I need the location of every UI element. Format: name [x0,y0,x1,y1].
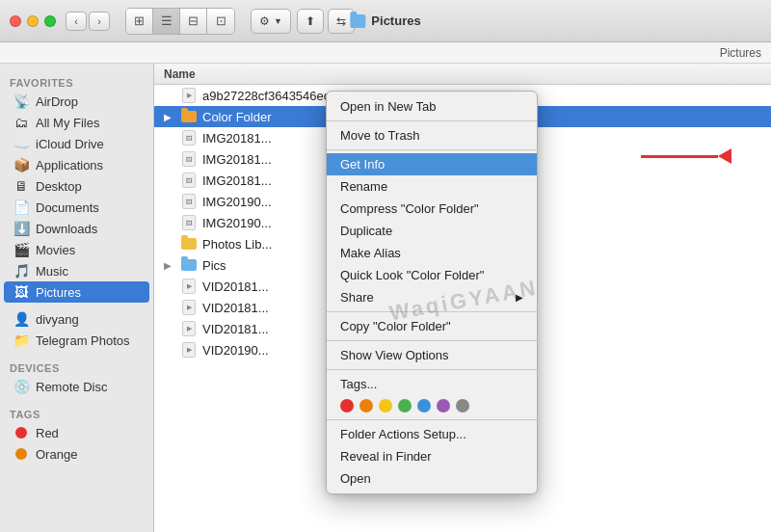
window-title: Pictures [371,13,420,28]
ctx-folder-actions[interactable]: Folder Actions Setup... [327,423,537,445]
ctx-sep2 [327,149,537,150]
ctx-open-new-tab[interactable]: Open in New Tab [327,95,537,118]
title-bar: ‹ › ⊞ ☰ ⊟ ⊡ ⚙ ▼ ⬆ ⇆ Pictures [0,0,771,42]
sidebar-item-downloads[interactable]: ⬇️ Downloads [4,218,149,239]
ctx-open-label: Open [340,471,371,486]
sidebar-item-all-my-files[interactable]: 🗂 All My Files [4,112,149,133]
sidebar-item-desktop[interactable]: 🖥 Desktop [4,175,149,197]
share-button[interactable]: ⬆ [297,9,324,34]
column-view-button[interactable]: ⊟ [180,9,207,34]
forward-button[interactable]: › [89,12,110,31]
ctx-reveal-in-finder[interactable]: Reveal in Finder [327,445,537,467]
tag-dot-yellow[interactable] [379,399,392,412]
applications-icon: 📦 [13,157,29,173]
file-name-photos-lib: Photos Lib... [202,237,272,252]
all-my-files-icon: 🗂 [13,115,29,130]
tag-dot-blue[interactable] [417,399,431,412]
arrow-line [641,155,718,158]
arrow-head [718,148,731,164]
sidebar-item-divyang[interactable]: 👤 divyang [4,308,149,330]
sidebar-label-tag-red: Red [36,426,59,440]
sidebar-item-tag-red[interactable]: Red [4,422,149,443]
sidebar-item-telegram-photos[interactable]: 📁 Telegram Photos [4,330,149,351]
ctx-get-info[interactable]: Get Info [327,153,537,175]
cover-flow-button[interactable]: ⊡ [207,9,234,34]
sidebar-label-icloud: iCloud Drive [36,137,104,151]
d7: ▶ [164,260,173,271]
share-icon: ⬆ [306,14,315,28]
sidebar-item-music[interactable]: 🎵 Music [4,260,149,281]
tag-dot-gray[interactable] [456,399,469,412]
desktop-icon: 🖥 [13,178,29,194]
file-name-img1: IMG20181... [202,131,272,146]
sidebar-label-telegram: Telegram Photos [36,333,130,348]
tag-orange-icon [13,446,29,462]
back-button[interactable]: ‹ [66,12,87,31]
ctx-compress-label: Compress "Color Folder" [340,201,479,216]
ctx-sep6 [327,419,537,420]
file-name-pics: Pics [202,258,226,273]
ctx-share[interactable]: Share ▶ [327,286,537,308]
ctx-copy[interactable]: Copy "Color Folder" [327,315,537,337]
maximize-button[interactable] [44,15,56,27]
ctx-tag-dots-row [327,395,537,416]
file-name-img5: IMG20190... [202,216,272,230]
sidebar-item-tag-orange[interactable]: Orange [4,443,149,465]
airdrop-icon: 📡 [13,93,29,109]
ctx-sep4 [327,340,537,341]
ctx-move-to-trash[interactable]: Move to Trash [327,124,537,146]
traffic-lights [10,15,56,27]
ctx-compress[interactable]: Compress "Color Folder" [327,198,537,220]
icon-view-button[interactable]: ⊞ [126,9,153,34]
sidebar-label-tag-orange: Orange [36,447,77,462]
tag-dot-orange[interactable] [359,399,373,412]
minimize-button[interactable] [27,15,39,27]
ctx-open[interactable]: Open [327,467,537,490]
ctx-quick-look[interactable]: Quick Look "Color Folder" [327,264,537,286]
sidebar-item-movies[interactable]: 🎬 Movies [4,239,149,260]
vid3-icon: ▶ [181,321,197,336]
tag-dot-purple[interactable] [437,399,450,412]
sidebar-label-documents: Documents [36,200,99,215]
close-button[interactable] [10,15,21,27]
sidebar-item-pictures[interactable]: 🖼 Pictures [4,281,149,303]
list-view-button[interactable]: ☰ [153,9,180,34]
action-button[interactable]: ⚙ ▼ [251,9,291,34]
sidebar-label-movies: Movies [36,243,75,257]
icloud-icon: ☁️ [13,136,29,151]
ctx-rename[interactable]: Rename [327,175,537,198]
content-area: Name ▶ a9b27228cf3643546ec74d1dd6fc9f89.… [154,64,771,532]
ctx-duplicate-label: Duplicate [340,224,392,238]
ctx-make-alias[interactable]: Make Alias [327,242,537,264]
movies-icon: 🎬 [13,242,29,257]
tag-dot-green[interactable] [398,399,412,412]
sidebar-label-all-my-files: All My Files [36,116,99,130]
file-name-img2: IMG20181... [202,152,272,167]
name-column-header: Name [164,67,196,81]
path-bar: Pictures [0,42,771,64]
tag-dot-red[interactable] [340,399,354,412]
ctx-share-label: Share [340,290,374,305]
ctx-move-to-trash-label: Move to Trash [340,128,419,143]
gear-icon: ⚙ [259,14,270,28]
ctx-reveal-in-finder-label: Reveal in Finder [340,449,432,464]
mp4-file-icon: ▶ [181,88,197,103]
sidebar-item-remote-disc[interactable]: 💿 Remote Disc [4,376,149,397]
tags-section-title: Tags [0,403,153,422]
user-icon: 👤 [13,311,29,327]
sidebar-item-applications[interactable]: 📦 Applications [4,154,149,175]
sidebar-label-applications: Applications [36,158,103,173]
sidebar-item-documents[interactable]: 📄 Documents [4,197,149,218]
ctx-tags[interactable]: Tags... [327,373,537,395]
sidebar-item-icloud-drive[interactable]: ☁️ iCloud Drive [4,133,149,154]
ctx-get-info-label: Get Info [340,157,385,172]
nav-buttons: ‹ › [66,12,110,31]
path-label: Pictures [720,46,761,60]
file-name-img3: IMG20181... [202,173,272,188]
arrange-icon: ⇆ [336,14,346,28]
ctx-show-view-options[interactable]: Show View Options [327,344,537,366]
ctx-copy-label: Copy "Color Folder" [340,319,451,333]
sidebar: Favorites 📡 AirDrop 🗂 All My Files ☁️ iC… [0,64,154,532]
sidebar-item-airdrop[interactable]: 📡 AirDrop [4,91,149,112]
ctx-duplicate[interactable]: Duplicate [327,220,537,242]
